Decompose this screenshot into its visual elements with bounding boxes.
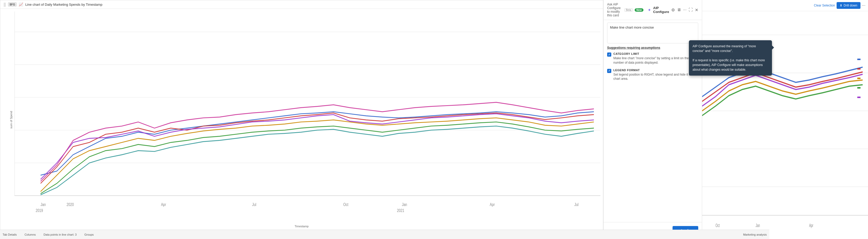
tab-marketing[interactable]: Marketing analysis	[743, 233, 767, 236]
tooltip-text: AIP Configure assumed the meaning of "mo…	[692, 44, 765, 71]
chart-type-icon: 📈	[19, 2, 23, 6]
gear-icon[interactable]: ⚙	[671, 7, 675, 12]
svg-text:2021: 2021	[397, 208, 404, 213]
chart-svg[interactable]: 11000 9000 7000 5000 3000 Jan 2019 2020 …	[14, 11, 600, 216]
chart-title: Line chart of Daily Marketing Spends by …	[25, 3, 102, 6]
sparkle-icon: ✦	[648, 7, 651, 12]
svg-text:2019: 2019	[36, 208, 43, 213]
expand-icon[interactable]: ⛶	[689, 7, 693, 12]
svg-text:Oct: Oct	[716, 223, 720, 228]
drill-icon: ⬇	[840, 4, 842, 7]
svg-text:Apr: Apr	[161, 202, 166, 207]
svg-text:Apr: Apr	[809, 223, 813, 228]
svg-text:Apr: Apr	[490, 202, 495, 207]
legend-format-label: LEGEND FORMAT	[613, 68, 698, 72]
tab-columns[interactable]: Columns	[24, 233, 36, 236]
suggestions-section: Suggestions requiring assumptions CATEGO…	[603, 46, 702, 85]
y-axis-label: sum of Spend	[10, 111, 13, 128]
svg-text:2020: 2020	[67, 202, 74, 207]
svg-rect-34	[857, 68, 861, 69]
svg-text:Jan: Jan	[40, 202, 46, 207]
category-limit-checkbox[interactable]	[607, 53, 611, 57]
right-chart-panel: Clear Selection ⬇ Drill down ··· Oct Jan…	[702, 0, 868, 239]
new-badge: New	[634, 8, 644, 12]
clear-selection-link[interactable]: Clear Selection	[814, 4, 835, 7]
drill-down-button[interactable]: ⬇ Drill down	[837, 2, 861, 9]
prompt-text: Make line chart more concise	[610, 26, 654, 29]
svg-rect-33	[857, 59, 861, 60]
right-more-icon[interactable]: ···	[862, 3, 865, 8]
aip-header: Ask AIP Configure to modify this card Be…	[603, 0, 702, 20]
suggestion-category-limit: CATEGORY LIMIT Make line chart "more con…	[607, 52, 698, 65]
ask-aip-label: Ask AIP Configure to modify this card	[607, 3, 622, 17]
assumption-tooltip: AIP Configure assumed the meaning of "mo…	[689, 40, 772, 76]
beta-badge: Beta	[624, 8, 632, 12]
suggestion-legend-format: LEGEND FORMAT Set legend position to RIG…	[607, 68, 698, 81]
svg-rect-35	[857, 78, 861, 79]
svg-rect-37	[857, 97, 861, 98]
svg-text:Jul: Jul	[575, 202, 579, 207]
category-limit-label: CATEGORY LIMIT	[613, 52, 698, 55]
tab-data-points[interactable]: Data points in line chart: 3	[43, 233, 76, 236]
chart-header: ⣿ $FG 📈 Line chart of Daily Marketing Sp…	[0, 0, 603, 9]
svg-text:Oct: Oct	[343, 202, 348, 207]
category-limit-desc: Make line chart "more concise" by settin…	[613, 56, 698, 65]
suggestions-title: Suggestions requiring assumptions	[607, 46, 698, 50]
aip-configure-title: AIP Configure	[653, 6, 669, 14]
svg-text:Jan: Jan	[402, 202, 407, 207]
x-axis-label: Timestamp	[294, 225, 309, 228]
legend-format-checkbox[interactable]	[607, 69, 611, 73]
chart-area: sum of Spend 11000 9000 7000 5000	[0, 9, 603, 231]
tab-groups[interactable]: Groups	[84, 233, 94, 236]
more-icon[interactable]: ···	[683, 7, 687, 12]
svg-text:Jul: Jul	[252, 202, 256, 207]
svg-text:Jan: Jan	[755, 223, 760, 228]
svg-rect-36	[857, 87, 861, 88]
close-icon[interactable]: ✕	[695, 7, 698, 12]
tab-details[interactable]: Tab Details	[3, 233, 17, 236]
sfg-badge: $FG	[8, 2, 17, 6]
prompt-input[interactable]: Make line chart more concise	[607, 23, 698, 43]
monitor-icon[interactable]: 🖥	[677, 7, 681, 12]
legend-format-desc: Set legend position to RIGHT, show legen…	[613, 72, 698, 81]
drag-handle-icon[interactable]: ⣿	[3, 2, 6, 6]
bottom-tab-bar: Tab Details Columns Data points in line …	[0, 230, 769, 239]
aip-configure-panel: Ask AIP Configure to modify this card Be…	[603, 0, 702, 239]
main-chart-panel: ⣿ $FG 📈 Line chart of Daily Marketing Sp…	[0, 0, 603, 239]
right-chart-header: Clear Selection ⬇ Drill down ···	[702, 0, 868, 11]
